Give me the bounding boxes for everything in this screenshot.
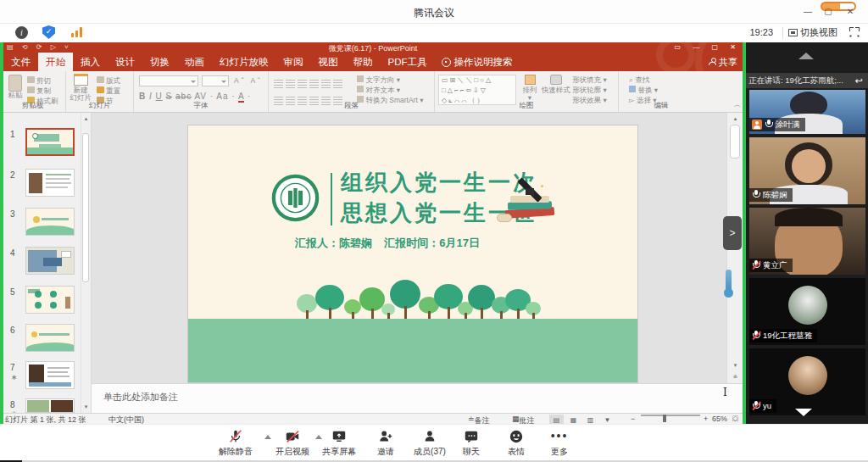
quick-styles-button[interactable]: 快速样式 (542, 75, 570, 94)
thumbnail-scrollbar[interactable]: ▴ ▾ (81, 113, 90, 413)
start-video-button[interactable]: 开启视频 (266, 429, 319, 458)
grow-shrink-font-buttons[interactable]: Aˆ Aˇ (234, 76, 263, 86)
unmute-button[interactable]: 解除静音 (209, 429, 262, 458)
notes-toggle[interactable]: ≐ 备注 (468, 415, 475, 423)
group-paragraph: 文字方向 ▾ 对齐文本 ▾ 转换为 SmartArt ▾ 段落 (269, 71, 435, 112)
zoom-out-button[interactable]: − (631, 415, 635, 423)
shape-fill-button[interactable]: 形状填充 ▾ (572, 75, 607, 85)
tab-help[interactable]: 帮助 (346, 53, 381, 71)
scroll-down-icon[interactable]: ▾ (731, 360, 740, 370)
collapse-up-icon[interactable] (798, 53, 814, 59)
replace-button[interactable]: 替换 ▾ (629, 85, 658, 95)
video-tile[interactable]: 19化工程慧雅 (749, 278, 865, 345)
tab-insert[interactable]: 插入 (73, 53, 108, 71)
change-case-button[interactable]: Aa (216, 92, 228, 101)
share-screen-button[interactable]: 共享屏幕 (313, 429, 365, 458)
zoom-slider[interactable] (641, 415, 700, 416)
tab-home[interactable]: 开始 (38, 53, 73, 71)
new-slide-button[interactable]: 新建幻灯片 (68, 74, 93, 102)
close-icon[interactable]: ✕ (843, 5, 858, 19)
participant-label: 陈碧娴 (749, 188, 793, 202)
tab-file[interactable]: 文件 (3, 53, 38, 71)
video-tile[interactable]: 陈碧娴 (749, 137, 865, 204)
font-style-buttons[interactable]: B I U S abc AV · Aa · A · (139, 92, 251, 101)
scroll-down-icon[interactable]: ▾ (81, 402, 91, 411)
text-cursor: I (723, 387, 727, 398)
font-size-dropdown[interactable] (202, 75, 229, 86)
minimize-icon[interactable]: — (800, 5, 815, 19)
arrange-button[interactable]: 排列▾ (518, 75, 542, 102)
slide-thumbnail-7[interactable] (25, 361, 75, 389)
shape-outline-button[interactable]: 形状轮廓 ▾ (572, 85, 607, 95)
slide-thumbnail-1[interactable] (25, 128, 75, 156)
meeting-toolbar: 解除静音 开启视频 共享屏幕 邀请 成员(37) 聊天 表情 ••• (0, 424, 868, 460)
slide-thumbnail-5[interactable] (25, 286, 75, 314)
thumb-number: 8 (10, 400, 15, 409)
ppt-share-button[interactable]: 共享 (709, 53, 737, 71)
mic-muted-icon (752, 401, 760, 411)
fullscreen-icon[interactable] (849, 27, 860, 37)
cut-button[interactable]: 剪切 (27, 76, 51, 86)
find-button[interactable]: ⌕ 查找 (629, 75, 658, 85)
back-arrow-icon[interactable]: ↩ (852, 73, 865, 88)
sidebar-collapse-handle[interactable]: > (723, 216, 742, 250)
tab-animations[interactable]: 动画 (177, 53, 212, 71)
font-name-dropdown[interactable] (139, 75, 198, 86)
person-icon (709, 58, 716, 65)
layout-button[interactable]: 版式 (97, 76, 120, 86)
emoji-smiley-icon (509, 429, 524, 444)
tab-pdf-tools[interactable]: PDF工具 (381, 53, 435, 71)
meeting-info-icon[interactable]: i (15, 26, 28, 39)
participant-name: 陈碧娴 (763, 190, 787, 200)
maximize-icon[interactable]: ▢ (821, 5, 836, 19)
tab-slideshow[interactable]: 幻灯片放映 (212, 53, 276, 71)
security-shield-icon[interactable]: ✓ (42, 25, 55, 39)
lightbulb-icon (442, 58, 451, 67)
video-tile[interactable]: 涂叶满 (749, 90, 865, 134)
italic-button[interactable]: I (149, 92, 153, 101)
scroll-up-icon[interactable]: ▴ (731, 114, 740, 123)
shadow-button[interactable]: S (166, 92, 173, 101)
collapse-ribbon-icon[interactable]: ︿ (734, 100, 741, 109)
char-spacing-button[interactable]: AV (194, 92, 207, 101)
copy-button[interactable]: 复制 (27, 86, 51, 96)
video-tile[interactable]: yu (749, 348, 865, 415)
scrollbar-thumb[interactable] (730, 125, 740, 159)
align-text-button[interactable]: 对齐文本 ▾ (357, 85, 423, 95)
bold-button[interactable]: B (139, 92, 146, 101)
slide-editor[interactable]: 组织入党一生一次 思想入党一生一世 汇报人：陈碧娴 汇报时间：6月17日 (188, 125, 637, 382)
slide-thumbnail-2[interactable] (25, 169, 75, 197)
fit-to-window-icon[interactable]: ⛋ (732, 415, 738, 424)
reset-button[interactable]: 重置 (97, 86, 120, 96)
zoom-slider-knob[interactable] (663, 415, 666, 422)
text-direction-button[interactable]: 文字方向 ▾ (357, 75, 423, 85)
zoom-percentage[interactable]: 65% (712, 415, 727, 423)
list-indent-buttons[interactable] (274, 76, 345, 92)
paste-button[interactable]: 粘贴 (5, 75, 25, 99)
comments-toggle[interactable]: ▦ 批注 (512, 415, 520, 423)
underline-button[interactable]: U (156, 92, 163, 101)
slide-thumbnail-4[interactable] (25, 247, 75, 275)
participant-name: yu (763, 401, 771, 411)
more-button[interactable]: ••• 更多 (533, 429, 586, 458)
switch-view-button[interactable]: 切换视图 (788, 26, 837, 39)
slide-thumbnail-3[interactable] (25, 208, 75, 236)
tab-review[interactable]: 审阅 (276, 53, 311, 71)
tab-transitions[interactable]: 切换 (142, 53, 177, 71)
slide-thumbnail-8[interactable] (25, 398, 75, 413)
notes-pane[interactable]: 单击此处添加备注 I (92, 383, 743, 413)
strikethrough-button[interactable]: abc (175, 92, 192, 101)
presenter-cursor-indicator (726, 270, 732, 292)
video-tile[interactable]: 黄立广 (749, 208, 865, 275)
tab-design[interactable]: 设计 (108, 53, 142, 71)
tab-view[interactable]: 视图 (311, 53, 346, 71)
scroll-up-icon[interactable]: ▴ (81, 114, 91, 123)
previous-slide-button[interactable]: ≗ (731, 372, 740, 381)
window-title: 腾讯会议 (0, 6, 868, 20)
scroll-down-more-icon[interactable] (795, 409, 812, 416)
scrollbar-thumb[interactable] (82, 133, 89, 282)
tellme-search[interactable]: 操作说明搜索 (442, 53, 513, 71)
zoom-in-button[interactable]: + (704, 415, 708, 423)
ppt-window-controls[interactable]: ▭ — ▢ ✕ (675, 43, 742, 51)
slide-thumbnail-6[interactable] (25, 324, 75, 352)
